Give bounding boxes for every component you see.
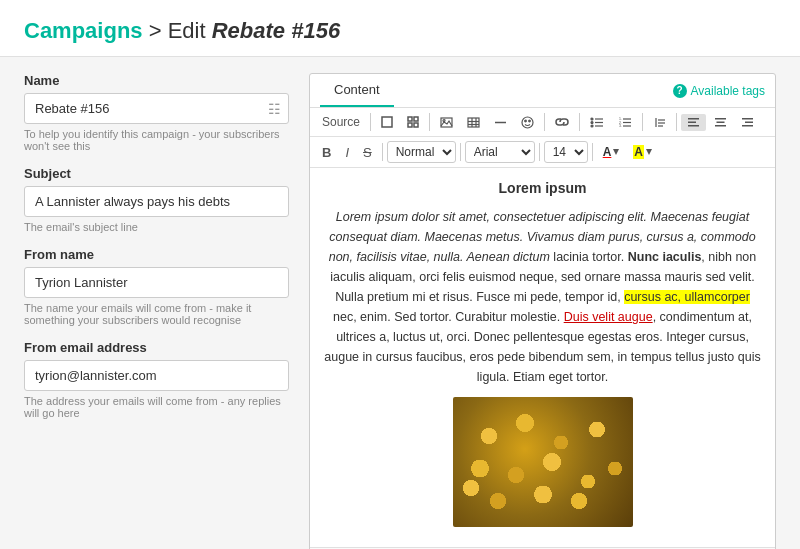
italic-btn[interactable]: I (339, 142, 355, 163)
editor-container: Content ? Available tags Source (309, 73, 776, 549)
svg-point-15 (529, 120, 531, 122)
svg-rect-1 (408, 117, 412, 121)
editor-body[interactable]: Lorem ipsum Lorem ipsum dolor sit amet, … (310, 168, 775, 547)
subject-label: Subject (24, 166, 289, 181)
toolbar-divider-2 (429, 113, 430, 131)
left-panel: Name ☷ To help you identify this campaig… (24, 73, 289, 549)
from-name-input[interactable] (24, 267, 289, 298)
toolbar-row-1: Source (310, 108, 775, 137)
size-select[interactable]: 14 (544, 141, 588, 163)
toolbar-divider-7 (382, 143, 383, 161)
calendar-icon: ☷ (268, 101, 281, 117)
bold-btn[interactable]: B (316, 142, 337, 163)
toolbar-row-2: B I S Normal Arial 14 (310, 137, 775, 168)
svg-rect-32 (688, 118, 699, 120)
svg-text:3.: 3. (619, 124, 622, 128)
svg-rect-36 (717, 121, 725, 123)
from-email-field-group: From email address The address your emai… (24, 340, 289, 419)
source-btn[interactable]: Source (316, 112, 366, 132)
align-left-btn[interactable] (681, 114, 706, 131)
svg-rect-38 (742, 118, 753, 120)
ol-btn[interactable]: 1. 2. 3. (612, 114, 638, 131)
toolbar-divider-8 (460, 143, 461, 161)
font-color-btn[interactable]: A (597, 142, 626, 162)
bg-color-btn[interactable]: A (627, 142, 658, 162)
toolbar-divider-1 (370, 113, 371, 131)
svg-marker-42 (646, 149, 652, 155)
editor-tabs: Content ? Available tags (310, 74, 775, 108)
svg-rect-0 (382, 117, 392, 127)
available-tags-btn[interactable]: ? Available tags (673, 84, 766, 98)
svg-rect-4 (414, 123, 418, 127)
blockquote-btn[interactable] (647, 114, 672, 131)
page-header: Campaigns > Edit Rebate #156 (0, 0, 800, 57)
name-input[interactable] (24, 93, 289, 124)
toolbar-divider-5 (642, 113, 643, 131)
edit-label: Edit (168, 18, 212, 43)
toolbar-divider-6 (676, 113, 677, 131)
toolbar-divider-4 (579, 113, 580, 131)
strikethrough-btn[interactable]: S (357, 142, 378, 163)
red-text: Duis velit augue (564, 310, 653, 324)
svg-rect-37 (715, 125, 726, 127)
maximize-btn[interactable] (375, 113, 399, 131)
svg-rect-39 (745, 121, 753, 123)
svg-rect-3 (408, 123, 412, 127)
editor-content-title: Lorem ipsum (324, 178, 761, 199)
name-field-group: Name ☷ To help you identify this campaig… (24, 73, 289, 152)
blocks-btn[interactable] (401, 113, 425, 131)
hr-btn[interactable] (488, 114, 513, 131)
svg-rect-40 (742, 125, 753, 127)
image-btn[interactable] (434, 114, 459, 131)
page-title: Campaigns > Edit Rebate #156 (24, 18, 776, 44)
rebate-title: Rebate #156 (212, 18, 340, 43)
svg-rect-33 (688, 121, 696, 123)
from-email-hint: The address your emails will come from -… (24, 395, 289, 419)
campaigns-link[interactable]: Campaigns (24, 18, 143, 43)
from-name-field-group: From name The name your emails will come… (24, 247, 289, 326)
svg-marker-41 (613, 149, 619, 155)
ul-btn[interactable] (584, 114, 610, 131)
svg-rect-7 (468, 118, 479, 127)
font-select[interactable]: Arial (465, 141, 535, 163)
coins-image (453, 397, 633, 527)
tab-content[interactable]: Content (320, 74, 394, 107)
toolbar-divider-3 (544, 113, 545, 131)
page-wrapper: Campaigns > Edit Rebate #156 Name ☷ To h… (0, 0, 800, 549)
right-panel: Content ? Available tags Source (309, 73, 776, 549)
format-select[interactable]: Normal (387, 141, 456, 163)
subject-input[interactable] (24, 186, 289, 217)
toolbar-divider-10 (592, 143, 593, 161)
name-hint: To help you identify this campaign - you… (24, 128, 289, 152)
svg-rect-34 (688, 125, 699, 127)
link-btn[interactable] (549, 114, 575, 130)
subject-field-group: Subject The email's subject line (24, 166, 289, 233)
info-icon: ? (673, 84, 687, 98)
svg-point-14 (525, 120, 527, 122)
highlighted-text: cursus ac, ullamcorper (624, 290, 750, 304)
align-right-btn[interactable] (735, 114, 760, 131)
svg-rect-2 (414, 117, 418, 121)
svg-point-18 (591, 121, 593, 123)
table-btn[interactable] (461, 114, 486, 131)
align-center-btn[interactable] (708, 114, 733, 131)
from-name-hint: The name your emails will come from - ma… (24, 302, 289, 326)
svg-point-20 (591, 125, 593, 127)
emoji-btn[interactable] (515, 113, 540, 132)
editor-content-paragraph: Lorem ipsum dolor sit amet, consectetuer… (324, 207, 761, 387)
from-email-label: From email address (24, 340, 289, 355)
name-label: Name (24, 73, 289, 88)
from-name-label: From name (24, 247, 289, 262)
main-content: Name ☷ To help you identify this campaig… (0, 57, 800, 549)
svg-point-13 (522, 117, 533, 128)
toolbar-divider-9 (539, 143, 540, 161)
svg-point-6 (443, 119, 445, 121)
subject-hint: The email's subject line (24, 221, 289, 233)
svg-rect-35 (715, 118, 726, 120)
name-input-wrapper: ☷ (24, 93, 289, 124)
from-email-input[interactable] (24, 360, 289, 391)
svg-point-16 (591, 118, 593, 120)
breadcrumb-separator: > (143, 18, 168, 43)
coin-overlay (453, 397, 633, 527)
available-tags-label: Available tags (691, 84, 766, 98)
